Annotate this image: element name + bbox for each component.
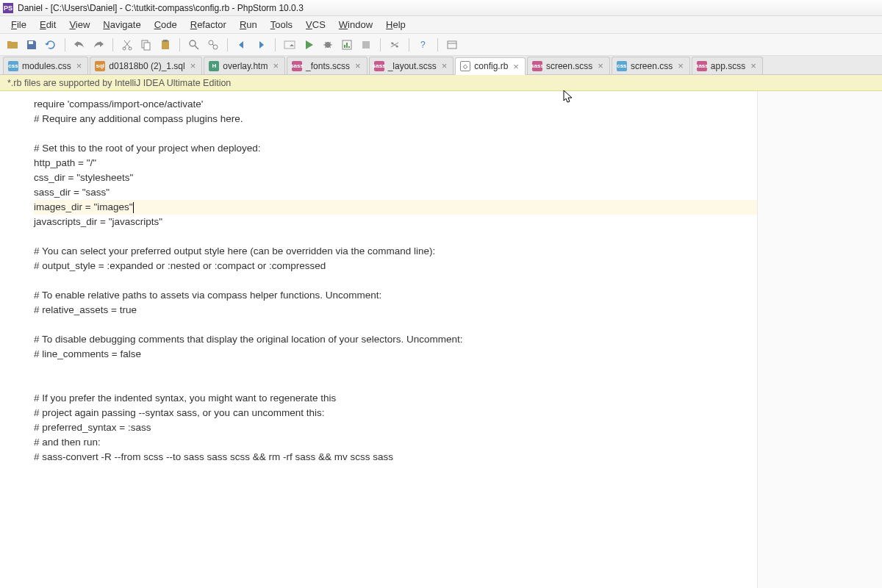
menu-code[interactable]: Code (148, 17, 184, 32)
info-banner-text: *.rb files are supported by IntelliJ IDE… (7, 78, 231, 88)
tab-modules-css[interactable]: cssmodules.css× (3, 57, 88, 74)
code-line[interactable]: # preferred_syntax = :sass (34, 420, 757, 435)
code-line[interactable]: # output_style = :expanded or :nested or… (34, 259, 757, 273)
file-htm-icon: H (209, 61, 219, 71)
menu-file[interactable]: File (4, 17, 33, 32)
code-line[interactable]: sass_dir = "sass" (34, 185, 757, 200)
refresh-icon[interactable] (43, 37, 59, 53)
right-gutter (757, 91, 882, 588)
toolbar-separator (227, 38, 228, 51)
close-icon[interactable]: × (596, 60, 603, 71)
undo-icon[interactable] (71, 37, 87, 53)
file-scss-icon: sass (697, 61, 707, 71)
svg-rect-0 (29, 41, 33, 44)
forward-icon[interactable] (253, 37, 269, 53)
code-line[interactable] (34, 126, 757, 141)
tab-config-rb[interactable]: ◇config.rb× (455, 57, 526, 75)
tab--layout-scss[interactable]: sass_layout.scss× (369, 57, 454, 74)
code-line[interactable] (34, 318, 757, 332)
tab-screen-css[interactable]: cssscreen.css× (612, 57, 690, 74)
paste-icon[interactable] (157, 37, 173, 53)
debug-icon[interactable] (320, 37, 336, 53)
code-line[interactable]: # relative_assets = true (34, 303, 757, 318)
close-icon[interactable]: × (75, 60, 82, 71)
code-line[interactable]: # and then run: (34, 435, 757, 450)
menu-navigate[interactable]: Navigate (96, 17, 147, 32)
code-line[interactable]: images_dir = "images" (34, 200, 757, 215)
code-line[interactable]: require 'compass/import-once/activate' (34, 97, 757, 112)
svg-rect-13 (344, 45, 345, 48)
close-icon[interactable]: × (271, 60, 279, 71)
back-icon[interactable] (234, 37, 250, 53)
tab-app-scss[interactable]: sassapp.scss× (692, 57, 763, 74)
svg-rect-6 (163, 40, 168, 42)
editor-tabs: cssmodules.css×sqld01818b0 (2)_1.sql×Hov… (0, 56, 882, 75)
tab-screen-scss[interactable]: sassscreen.scss× (527, 57, 610, 74)
close-icon[interactable]: × (440, 60, 448, 71)
code-line[interactable]: # Set this to the root of your project w… (34, 141, 757, 156)
code-line[interactable]: # You can select your preferred output s… (34, 244, 757, 259)
close-icon[interactable]: × (189, 60, 196, 71)
svg-rect-4 (144, 43, 150, 50)
tab-label: d01818b0 (2)_1.sql (109, 61, 184, 71)
code-line[interactable] (34, 362, 757, 376)
save-icon[interactable] (24, 37, 40, 53)
stop-icon[interactable] (358, 37, 374, 53)
browser-icon[interactable] (444, 37, 460, 53)
code-line[interactable]: # To enable relative paths to assets via… (34, 288, 757, 303)
code-line[interactable] (34, 376, 757, 391)
code-line[interactable]: http_path = "/" (34, 156, 757, 171)
cut-icon[interactable] (119, 37, 135, 53)
file-rb-icon: ◇ (460, 61, 470, 71)
copy-icon[interactable] (138, 37, 154, 53)
coverage-icon[interactable] (339, 37, 355, 53)
menu-edit[interactable]: Edit (33, 17, 62, 32)
code-line[interactable]: # To disable debugging comments that dis… (34, 332, 757, 347)
code-line[interactable]: # sass-convert -R --from scss --to sass … (34, 450, 757, 465)
help-icon[interactable]: ? (415, 37, 431, 53)
close-icon[interactable]: × (354, 60, 361, 71)
open-icon[interactable] (4, 37, 21, 53)
code-editor[interactable]: require 'compass/import-once/activate'# … (0, 91, 757, 588)
run-icon[interactable] (301, 37, 317, 53)
menu-window[interactable]: Window (332, 17, 379, 32)
close-icon[interactable]: × (676, 60, 684, 71)
redo-icon[interactable] (90, 37, 107, 53)
toolbar-separator (179, 38, 180, 51)
code-line[interactable]: css_dir = "stylesheets" (34, 171, 757, 185)
code-line[interactable] (34, 273, 757, 288)
menu-help[interactable]: Help (379, 17, 412, 32)
file-css-icon: css (8, 61, 18, 71)
svg-rect-10 (284, 41, 295, 49)
svg-text:?: ? (420, 40, 426, 50)
run-config-dropdown[interactable] (282, 37, 298, 53)
find-icon[interactable] (186, 37, 202, 53)
close-icon[interactable]: × (512, 61, 519, 72)
tab-overlay-htm[interactable]: Hoverlay.htm× (204, 57, 285, 74)
window-title: Daniel - [C:\Users\Daniel] - C:\tutkit-c… (18, 3, 304, 13)
code-line[interactable] (34, 229, 757, 244)
file-scss-icon: sass (292, 61, 302, 71)
code-line[interactable]: # project again passing --syntax sass, o… (34, 406, 757, 420)
tab--fonts-scss[interactable]: sass_fonts.scss× (287, 57, 368, 74)
menu-view[interactable]: View (62, 17, 96, 32)
replace-icon[interactable] (205, 37, 221, 53)
menu-refactor[interactable]: Refactor (184, 17, 233, 32)
tab-label: _layout.scss (388, 61, 437, 71)
svg-point-7 (190, 40, 196, 46)
tab-d01818b0--2--1-sql[interactable]: sqld01818b0 (2)_1.sql× (90, 57, 202, 74)
code-line[interactable]: javascripts_dir = "javascripts" (34, 215, 757, 229)
toolbar-separator (380, 38, 381, 51)
code-line[interactable]: # If you prefer the indented syntax, you… (34, 391, 757, 406)
settings-icon[interactable] (387, 37, 403, 53)
toolbar-separator (65, 38, 65, 51)
toolbar-separator (409, 38, 409, 51)
close-icon[interactable]: × (749, 60, 756, 71)
app-window: PS Daniel - [C:\Users\Daniel] - C:\tutki… (0, 0, 882, 588)
menu-tools[interactable]: Tools (264, 17, 299, 32)
svg-rect-20 (448, 41, 456, 49)
code-line[interactable]: # Require any additional compass plugins… (34, 112, 757, 126)
menu-vcs[interactable]: VCS (299, 17, 332, 32)
code-line[interactable]: # line_comments = false (34, 347, 757, 362)
menu-run[interactable]: Run (233, 17, 264, 32)
